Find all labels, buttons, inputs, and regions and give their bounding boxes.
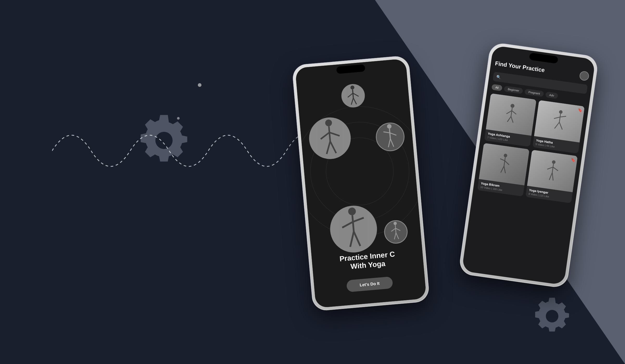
svg-line-29 (353, 98, 356, 105)
svg-line-35 (330, 141, 336, 154)
yoga-card-ashtanga-image (486, 93, 536, 136)
user-avatar (579, 71, 590, 81)
svg-point-18 (552, 160, 555, 164)
yoga-cards-grid: Yoga Ashtanga 7 Video | 120 Like (477, 93, 585, 203)
svg-line-33 (329, 132, 339, 137)
svg-line-1 (511, 108, 512, 116)
svg-line-50 (391, 228, 396, 231)
pose-circle-mid-right (375, 121, 406, 152)
filter-tab-pregnant[interactable]: Pregnant (525, 89, 544, 97)
svg-line-14 (500, 159, 505, 161)
fyp-title: Find Your Practice (495, 60, 545, 74)
svg-line-21 (552, 167, 558, 171)
front-phone-frame: Practice Inner C With Yoga Let's Do It (292, 55, 430, 311)
svg-point-48 (393, 222, 397, 225)
svg-point-24 (350, 85, 355, 89)
svg-line-4 (507, 116, 511, 122)
svg-line-41 (390, 138, 394, 147)
pose-circle-mid-left (307, 116, 352, 161)
svg-point-36 (387, 124, 392, 129)
search-icon: 🔍 (496, 75, 501, 79)
svg-point-0 (510, 103, 515, 108)
svg-line-7 (559, 114, 560, 122)
svg-line-47 (354, 231, 360, 246)
svg-line-16 (501, 166, 504, 173)
svg-line-11 (558, 122, 563, 129)
wave-decoration (52, 125, 312, 177)
svg-line-3 (511, 110, 516, 114)
svg-line-31 (329, 126, 330, 141)
svg-line-38 (383, 131, 390, 133)
svg-line-45 (353, 218, 364, 222)
yoga-card-iyengar[interactable]: 🔖 Yoga Iyengar 8 Video | 115 Like (526, 150, 578, 203)
svg-line-49 (395, 225, 396, 233)
filter-tab-beginner[interactable]: Beginner (504, 86, 523, 94)
svg-line-20 (547, 166, 553, 170)
svg-line-19 (552, 164, 553, 172)
svg-line-15 (504, 161, 509, 165)
yoga-card-iyengar-image: 🔖 (527, 150, 578, 192)
yoga-card-ashtanga[interactable]: Yoga Ashtanga 7 Video | 120 Like (484, 93, 536, 147)
yoga-card-bikram[interactable]: Yoga Bikram 10 Video | 180 Like (477, 143, 529, 197)
yoga-bottom-text: Practice Inner C With Yoga (312, 247, 424, 274)
front-phone-screen: Practice Inner C With Yoga Let's Do It (295, 58, 426, 308)
svg-line-27 (353, 93, 359, 97)
svg-point-30 (325, 119, 332, 127)
svg-line-51 (396, 228, 400, 231)
yoga-card-hatha-image: 🔖 (534, 100, 585, 142)
dot-decoration-1 (198, 83, 201, 87)
pose-circle-bottom (328, 204, 379, 255)
filter-tab-adv[interactable]: Adv (545, 92, 558, 99)
bookmark-icon-iyengar: 🔖 (570, 157, 575, 162)
svg-line-22 (549, 172, 552, 180)
filter-tab-all[interactable]: All (491, 84, 503, 91)
yoga-main-screen: Practice Inner C With Yoga Let's Do It (295, 58, 426, 308)
pose-circle-top (340, 83, 366, 109)
svg-point-6 (559, 110, 563, 114)
svg-point-42 (348, 207, 356, 216)
dot-decoration-2 (177, 117, 180, 120)
svg-line-43 (352, 215, 354, 232)
svg-line-9 (560, 115, 566, 118)
svg-line-26 (348, 93, 353, 97)
pose-circle-bottom-right (383, 219, 409, 245)
svg-point-12 (503, 153, 507, 157)
svg-line-8 (554, 116, 560, 119)
svg-line-32 (320, 132, 330, 139)
svg-line-44 (342, 222, 353, 228)
yoga-card-hatha[interactable]: 🔖 Yoga Hatha 5 Video | 44 Like (532, 100, 585, 154)
svg-line-10 (554, 122, 559, 129)
phones-container: Find Your Practice 🔍 All Beginner Pregna… (287, 39, 573, 325)
svg-line-39 (390, 132, 396, 136)
svg-line-13 (504, 157, 505, 166)
yoga-card-bikram-image (479, 143, 529, 185)
svg-line-53 (396, 233, 399, 239)
front-phone: Practice Inner C With Yoga Let's Do It (292, 55, 430, 311)
bookmark-icon-hatha: 🔖 (577, 108, 582, 112)
lets-do-it-button[interactable]: Let's Do It (346, 276, 393, 292)
svg-line-37 (389, 129, 390, 139)
